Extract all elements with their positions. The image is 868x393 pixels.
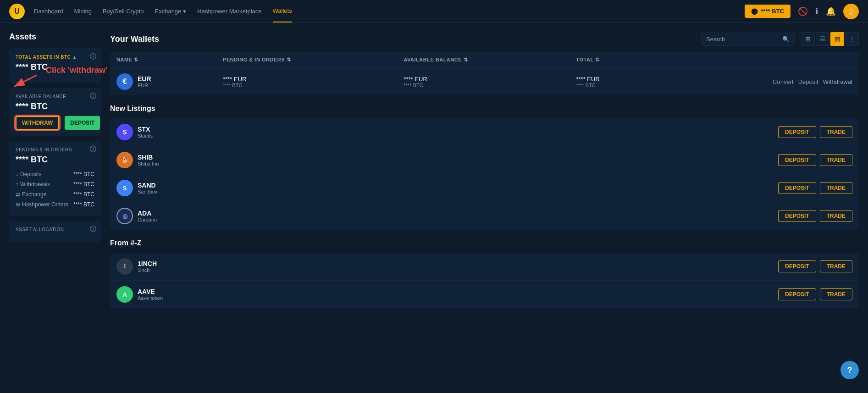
pending-deposits-row: ↓ Deposits **** BTC — [16, 169, 94, 179]
from-z-group: 1 1INCH 1inch DEPOSIT TRADE — [110, 253, 859, 308]
nav-hashpower[interactable]: Hashpower Marketplace — [197, 0, 261, 22]
eur-total-cell: **** EUR **** BTC — [570, 68, 652, 96]
shib-deposit-button[interactable]: DEPOSIT — [778, 154, 816, 166]
asset-allocation-info-icon[interactable]: ⓘ — [90, 225, 96, 233]
total-assets-label: TOTAL ASSETS IN BTC ▲ — [16, 55, 94, 60]
eur-icon: € — [116, 73, 133, 90]
ada-deposit-button[interactable]: DEPOSIT — [778, 210, 816, 222]
col-available[interactable]: AVAILABLE BALANCE ⇅ — [397, 52, 569, 68]
list-item-stx: S STX Stacks DEPOSIT TRADE — [110, 118, 859, 146]
total-assets-card: ⓘ TOTAL ASSETS IN BTC ▲ **** BTC — [9, 48, 101, 83]
col-total[interactable]: TOTAL ⇅ — [570, 52, 652, 68]
available-balance-info-icon[interactable]: ⓘ — [90, 92, 96, 100]
sidebar: Assets ⓘ TOTAL ASSETS IN BTC ▲ **** BTC … — [9, 32, 101, 384]
topnav: U Dashboard Mining Buy/Sell Crypto Excha… — [0, 0, 868, 23]
eur-withdrawal-link[interactable]: Withdrawal — [823, 78, 852, 85]
1inch-deposit-button[interactable]: DEPOSIT — [778, 260, 816, 272]
nav-buysell[interactable]: Buy/Sell Crypto — [103, 0, 144, 22]
content-area: Your Wallets 🔍 ⊞ ☰ ▦ ⋮ NAME ⇅ — [110, 32, 859, 384]
deposit-button[interactable]: DEPOSIT — [65, 116, 100, 130]
info-icon[interactable]: ℹ — [815, 6, 818, 17]
btc-icon: ⬤ — [751, 8, 758, 15]
total-assets-info-icon[interactable]: ⓘ — [90, 53, 96, 61]
new-listings-title: New Listings — [110, 105, 859, 113]
chevron-down-icon: ▾ — [183, 8, 186, 15]
total-assets-value: **** BTC — [16, 62, 94, 72]
main-layout: Assets ⓘ TOTAL ASSETS IN BTC ▲ **** BTC … — [0, 23, 868, 393]
list-item-1inch: 1 1INCH 1inch DEPOSIT TRADE — [110, 253, 859, 281]
sand-trade-button[interactable]: TRADE — [820, 182, 852, 194]
grid-view-button[interactable]: ⊞ — [801, 32, 815, 46]
ada-icon: ◎ — [116, 208, 133, 224]
available-balance-label: AVAILABLE BALANCE — [16, 94, 94, 99]
deposits-icon: ↓ — [16, 171, 18, 177]
stx-icon: S — [116, 124, 133, 140]
sand-icon: S — [116, 180, 133, 196]
eur-available-cell: **** EUR **** BTC — [397, 68, 569, 96]
header-right-controls: 🔍 ⊞ ☰ ▦ ⋮ — [701, 32, 859, 46]
withdraw-button[interactable]: WITHDRAW — [16, 116, 59, 130]
pending-exchange-row: ⇄ Exchange **** BTC — [16, 189, 94, 199]
shib-trade-button[interactable]: TRADE — [820, 154, 852, 166]
1inch-icon: 1 — [116, 258, 133, 275]
col-pending[interactable]: PENDING & IN ORDERS ⇅ — [216, 52, 397, 68]
pending-orders-label: PENDING & IN ORDERS — [16, 147, 94, 152]
aave-icon: A — [116, 286, 133, 303]
eur-actions-cell: Convert Deposit Withdrawal — [651, 68, 859, 96]
table-row: € EUR EUR **** EUR **** BTC **** EUR — [110, 68, 859, 96]
list-item-ada: ◎ ADA Cardano DEPOSIT TRADE — [110, 202, 859, 230]
col-actions — [651, 52, 859, 68]
search-input[interactable] — [706, 36, 780, 43]
list-item-shib: 🐕 SHIB Shiba Inu DEPOSIT TRADE — [110, 146, 859, 174]
aave-trade-button[interactable]: TRADE — [820, 288, 852, 300]
nav-mining[interactable]: Mining — [74, 0, 92, 22]
withdrawals-icon: ↑ — [16, 181, 18, 188]
ada-trade-button[interactable]: TRADE — [820, 210, 852, 222]
eur-deposit-link[interactable]: Deposit — [798, 78, 818, 85]
aave-deposit-button[interactable]: DEPOSIT — [778, 288, 816, 300]
list-item-sand: S SAND Sandbox DEPOSIT TRADE — [110, 174, 859, 202]
btc-balance-button[interactable]: ⬤ **** BTC — [745, 5, 791, 18]
available-balance-actions: WITHDRAW DEPOSIT — [16, 116, 94, 130]
app-logo[interactable]: U — [9, 4, 25, 19]
view-icons: ⊞ ☰ ▦ ⋮ — [801, 32, 859, 46]
sidebar-title: Assets — [9, 32, 101, 42]
nav-links: Dashboard Mining Buy/Sell Crypto Exchang… — [34, 0, 745, 22]
nav-dashboard[interactable]: Dashboard — [34, 0, 63, 22]
nav-exchange[interactable]: Exchange ▾ — [155, 0, 187, 22]
wallet-table: NAME ⇅ PENDING & IN ORDERS ⇅ AVAILABLE B… — [110, 52, 859, 95]
no-eye-icon[interactable]: 🚫 — [798, 6, 808, 17]
eur-pending-cell: **** EUR **** BTC — [216, 68, 397, 96]
new-listings-group: S STX Stacks DEPOSIT TRADE — [110, 118, 859, 230]
available-balance-card: ⓘ AVAILABLE BALANCE **** BTC Click 'with… — [9, 88, 101, 136]
from-z-title: From #-Z — [110, 239, 859, 247]
page-title: Your Wallets — [110, 34, 159, 44]
stx-deposit-button[interactable]: DEPOSIT — [778, 126, 816, 138]
avatar[interactable]: ₿ — [843, 4, 859, 19]
topnav-right: ⬤ **** BTC 🚫 ℹ 🔔 ₿ — [745, 4, 859, 19]
help-button[interactable]: ? — [840, 361, 859, 379]
list-view-button[interactable]: ☰ — [816, 32, 829, 46]
stx-trade-button[interactable]: TRADE — [820, 126, 852, 138]
more-options-button[interactable]: ⋮ — [845, 32, 859, 46]
content-header: Your Wallets 🔍 ⊞ ☰ ▦ ⋮ — [110, 32, 859, 46]
shib-icon: 🐕 — [116, 152, 133, 168]
list-item-aave: A AAVE Aave token DEPOSIT TRADE — [110, 281, 859, 308]
eur-convert-link[interactable]: Convert — [773, 78, 794, 85]
sand-deposit-button[interactable]: DEPOSIT — [778, 182, 816, 194]
search-icon: 🔍 — [782, 36, 790, 43]
bell-icon[interactable]: 🔔 — [826, 6, 836, 17]
nav-wallets[interactable]: Wallets — [273, 0, 292, 22]
pending-orders-info-icon[interactable]: ⓘ — [90, 145, 96, 154]
exchange-icon: ⇄ — [16, 191, 20, 198]
pending-orders-list: ↓ Deposits **** BTC ↑ Withdrawals **** B… — [16, 169, 94, 210]
asset-allocation-card: ⓘ ASSET ALLOCATION — [9, 221, 101, 242]
pending-orders-value: **** BTC — [16, 155, 94, 165]
available-balance-value: **** BTC — [16, 102, 94, 111]
1inch-trade-button[interactable]: TRADE — [820, 260, 852, 272]
pending-withdrawals-row: ↑ Withdrawals **** BTC — [16, 179, 94, 189]
asset-allocation-label: ASSET ALLOCATION — [16, 227, 94, 232]
table-view-button[interactable]: ▦ — [830, 32, 844, 46]
col-name[interactable]: NAME ⇅ — [110, 52, 216, 68]
hashpower-icon: ⊕ — [16, 201, 20, 208]
